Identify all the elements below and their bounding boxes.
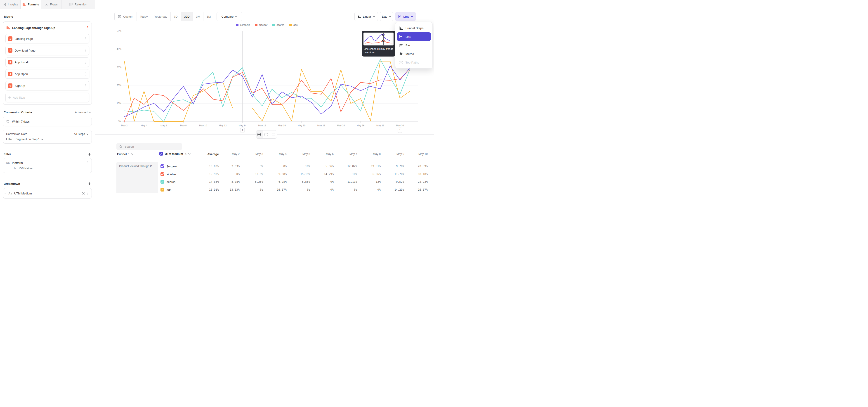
- range-3m[interactable]: 3M: [193, 12, 204, 21]
- step-menu-button[interactable]: [85, 84, 87, 88]
- menu-item-line[interactable]: Line: [397, 32, 431, 41]
- breakdown-utm-card[interactable]: Aa UTM Medium: [3, 188, 92, 198]
- funnel-step-2[interactable]: 2Download Page: [5, 46, 89, 55]
- retention-icon: [69, 3, 73, 6]
- step-menu-button[interactable]: [85, 48, 87, 53]
- step-label: Download Page: [15, 49, 85, 52]
- x-axis-label: May 26: [357, 124, 365, 127]
- select-all-checkbox[interactable]: [159, 152, 163, 156]
- row-checkbox[interactable]: [160, 164, 164, 168]
- search-input[interactable]: [125, 145, 179, 148]
- linear-axis-icon: [358, 15, 361, 18]
- funnel-step-3[interactable]: 3App Install: [5, 57, 89, 67]
- date-column-header: May 6: [326, 152, 334, 156]
- scale-dropdown[interactable]: Linear: [354, 12, 378, 21]
- advanced-dropdown[interactable]: Advanced: [75, 111, 91, 114]
- cell-value: 16.67%: [418, 188, 428, 191]
- menu-item-funnel-steps[interactable]: Funnel Steps: [397, 24, 431, 32]
- conversion-window-button[interactable]: Within 7 days: [3, 117, 92, 126]
- row-checkbox[interactable]: [160, 172, 164, 176]
- layout-top-view-button[interactable]: [263, 130, 270, 138]
- cell-value: 10%: [352, 173, 357, 176]
- add-breakdown-button[interactable]: [88, 182, 91, 185]
- funnel-column-header[interactable]: Funnel 1: [117, 152, 133, 156]
- range-label: 3M: [196, 15, 200, 18]
- range-label: Yesterday: [154, 15, 167, 18]
- funnel-step-1[interactable]: 1Landing Page: [5, 34, 89, 43]
- tab-retention[interactable]: Retention: [61, 0, 95, 9]
- filter-property-name[interactable]: Platform: [12, 161, 85, 165]
- remove-breakdown-button[interactable]: [82, 192, 85, 195]
- search-icon: [119, 145, 123, 148]
- filter-menu-button[interactable]: [87, 160, 89, 165]
- menu-item-metric[interactable]: Metric: [397, 50, 431, 58]
- compare-button[interactable]: Compare: [217, 12, 242, 21]
- series-line-search[interactable]: [124, 60, 410, 121]
- tab-funnels[interactable]: Funnels: [21, 0, 41, 9]
- range-6m[interactable]: 6M: [204, 12, 214, 21]
- range-yesterday[interactable]: Yesterday: [151, 12, 170, 21]
- breakdown-column-header[interactable]: UTM Medium 4: [159, 152, 191, 156]
- funnel-metric-header[interactable]: Landing Page through Sign Up: [5, 24, 89, 32]
- legend-item-ads[interactable]: ads: [289, 24, 298, 26]
- granularity-dropdown[interactable]: Day: [380, 12, 393, 21]
- table-header: Funnel 1 UTM Medium 4 Average May 2May 3…: [114, 150, 434, 159]
- funnel-step-5[interactable]: 5Sign Up: [5, 81, 89, 90]
- step-menu-button[interactable]: [85, 60, 87, 64]
- legend-item-search[interactable]: search: [272, 24, 284, 26]
- layout-bottom-view-button[interactable]: [270, 130, 277, 138]
- tab-insights[interactable]: Insights: [0, 0, 21, 9]
- cell-value: 5%: [260, 165, 263, 168]
- menu-item-bar[interactable]: Bar: [397, 41, 431, 50]
- funnel-steps-list: 1Landing Page2Download Page3App Install4…: [5, 34, 89, 90]
- filter-segment-dropdown[interactable]: Filter + Segment on Step 1: [6, 138, 89, 141]
- layout-split-view-button[interactable]: [256, 130, 263, 138]
- y-axis-label: 30%: [117, 66, 121, 68]
- range-label: Custom: [123, 15, 133, 18]
- date-column-header: May 2: [232, 152, 240, 156]
- check-icon: [160, 180, 164, 184]
- step-menu-button[interactable]: [85, 36, 87, 41]
- chart-type-dropdown[interactable]: Line: [395, 12, 416, 21]
- drag-handle-icon[interactable]: [4, 191, 6, 195]
- legend-item-organic[interactable]: $organic: [236, 24, 250, 26]
- kebab-icon: [88, 161, 88, 165]
- funnel-step-4[interactable]: 4App Open: [5, 69, 89, 79]
- cell-value: 5.36%: [326, 165, 334, 168]
- range-7d[interactable]: 7D: [170, 12, 181, 21]
- chevron-down-icon: [188, 153, 191, 155]
- layout-toggle-group: [256, 130, 277, 138]
- range-30d[interactable]: 30D: [181, 12, 193, 21]
- funnel-metric-menu-button[interactable]: [87, 26, 88, 30]
- tab-flows[interactable]: Flows: [41, 0, 61, 9]
- legend-item-sidebar[interactable]: sidebar: [255, 24, 268, 26]
- series-line-sidebar[interactable]: [124, 70, 410, 121]
- chevron-down-icon: [86, 133, 89, 135]
- table-row-sidebar[interactable]: sidebar15.92%0%12.9%9.38%15.15%14.29%10%…: [114, 170, 434, 178]
- drag-handle-icon: [4, 191, 6, 195]
- table-row-ads[interactable]: ads13.91%33.33%0%16.67%0%0%0%0%14.29%16.…: [114, 186, 434, 194]
- line-chart-icon: [398, 15, 402, 18]
- table-row-organic[interactable]: $organic16.03%2.63%5%8%10%5.36%12.82%19.…: [114, 162, 434, 170]
- chevron-down-icon: [389, 16, 391, 18]
- table-search: [116, 143, 182, 150]
- add-filter-button[interactable]: [88, 152, 91, 156]
- conversion-rate-steps-dropdown[interactable]: All Steps: [74, 132, 89, 136]
- filter-operator[interactable]: Is: [14, 167, 16, 170]
- date-column-header: May 5: [303, 152, 310, 156]
- row-checkbox[interactable]: [160, 188, 164, 191]
- breakdown-menu-button[interactable]: [87, 191, 89, 196]
- linear-axis-icon: [358, 15, 361, 18]
- range-custom[interactable]: Custom: [115, 12, 137, 21]
- insights-icon: [2, 3, 6, 6]
- filter-value[interactable]: iOS Native: [19, 167, 33, 170]
- step-menu-button[interactable]: [85, 72, 87, 76]
- tab-label: Flows: [50, 3, 58, 6]
- date-column-header: May 7: [349, 152, 357, 156]
- row-checkbox[interactable]: [160, 180, 164, 184]
- table-row-search[interactable]: search14.85%5.88%5.26%6.25%5.56%0%11.11%…: [114, 178, 434, 186]
- chevron-down-icon: [41, 138, 43, 140]
- range-today[interactable]: Today: [137, 12, 151, 21]
- add-step-button[interactable]: Add Step: [5, 93, 89, 102]
- step-number-badge: 3: [8, 60, 12, 64]
